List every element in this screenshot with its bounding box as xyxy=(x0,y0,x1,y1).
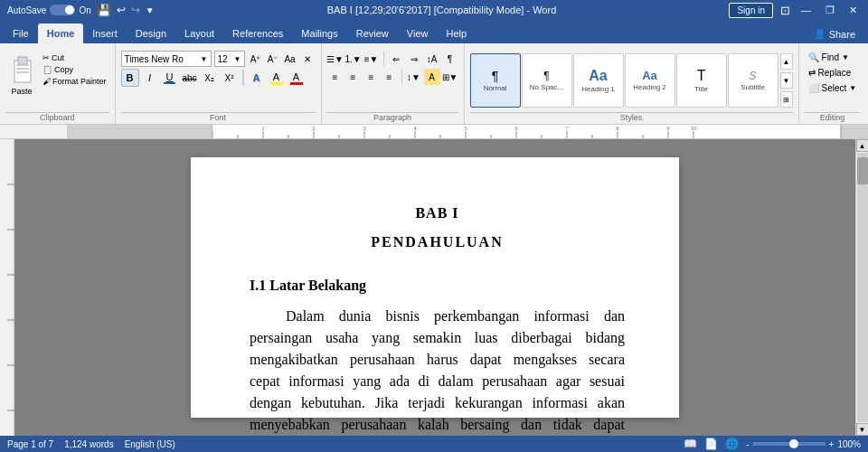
customize-icon[interactable]: ▼ xyxy=(146,5,155,15)
tab-mailings[interactable]: Mailings xyxy=(292,24,346,43)
paragraph1[interactable]: Dalam dunia bisnis perkembangan informas… xyxy=(250,306,625,436)
scroll-up-button[interactable]: ▲ xyxy=(856,139,869,152)
styles-scroll-down[interactable]: ▼ xyxy=(780,72,793,89)
style-title[interactable]: T Title xyxy=(676,53,727,108)
tab-review[interactable]: Review xyxy=(347,24,398,43)
autosave-knob xyxy=(65,5,74,14)
font-size-value: 12 xyxy=(218,54,228,64)
underline-button[interactable]: U xyxy=(161,69,179,87)
scroll-track[interactable] xyxy=(857,153,868,422)
align-left-button[interactable]: ≡ xyxy=(327,69,344,85)
text-effect-button[interactable]: A xyxy=(248,69,266,87)
style-heading1[interactable]: Aa Heading 1 xyxy=(573,53,624,108)
signin-button[interactable]: Sign in xyxy=(729,3,773,18)
web-layout-icon[interactable]: 🌐 xyxy=(725,438,739,450)
styles-expand[interactable]: ⊞ xyxy=(780,91,793,108)
superscript-button[interactable]: X² xyxy=(221,69,239,87)
save-icon[interactable]: 💾 xyxy=(97,4,111,17)
ribbon: Paste ✂ Cut 📋 Copy 🖌 Format Painter Clip… xyxy=(0,43,868,125)
autosave-label: AutoSave xyxy=(7,5,46,15)
subscript-button[interactable]: X₂ xyxy=(201,69,219,87)
font-size-chevron: ▼ xyxy=(234,55,241,63)
increase-indent-button[interactable]: ⇒ xyxy=(406,51,422,67)
scroll-down-button[interactable]: ▼ xyxy=(856,423,869,436)
sort-button[interactable]: ↕A xyxy=(424,51,440,67)
paste-button[interactable]: Paste xyxy=(5,51,38,96)
zoom-in-button[interactable]: + xyxy=(829,439,835,449)
style-normal[interactable]: ¶ Normal xyxy=(470,53,521,108)
format-painter-icon: 🖌 xyxy=(42,77,51,86)
autosave-state: On xyxy=(79,5,90,15)
scroll-thumb[interactable] xyxy=(857,157,868,184)
word-count: 1,124 words xyxy=(64,439,113,449)
shading-button[interactable]: A xyxy=(424,69,440,85)
close-button[interactable]: ✕ xyxy=(845,5,861,16)
restore-button[interactable]: ❐ xyxy=(822,5,838,16)
select-button[interactable]: ⬜ Select ▼ xyxy=(805,81,861,95)
align-center-button[interactable]: ≡ xyxy=(345,69,362,85)
multilevel-button[interactable]: ≡▼ xyxy=(363,51,380,67)
clear-formatting-button[interactable]: ✕ xyxy=(299,51,316,67)
zoom-controls: - + 100% xyxy=(746,439,861,449)
style-no-spacing[interactable]: ¶ No Spac... xyxy=(522,53,572,108)
read-mode-icon[interactable]: 📖 xyxy=(684,438,697,450)
italic-button[interactable]: I xyxy=(141,69,159,87)
share-icon: 👤 xyxy=(814,28,826,40)
justify-button[interactable]: ≡ xyxy=(382,69,398,85)
strikethrough-button[interactable]: abc xyxy=(181,69,199,87)
editing-group-label: Editing xyxy=(805,112,861,124)
redo-icon[interactable]: ↪ xyxy=(131,4,140,16)
font-name-selector[interactable]: Times New Ro ▼ xyxy=(121,51,212,67)
tab-insert[interactable]: Insert xyxy=(83,24,127,43)
style-no-spacing-label: No Spac... xyxy=(530,83,563,91)
font-group: Times New Ro ▼ 12 ▼ A⁺ A⁻ Aa ✕ B xyxy=(116,43,322,124)
copy-button[interactable]: 📋 Copy xyxy=(40,64,109,75)
tab-file[interactable]: File xyxy=(4,24,38,43)
borders-button[interactable]: ⊞▼ xyxy=(442,69,458,85)
tab-references[interactable]: References xyxy=(223,24,292,43)
share-button[interactable]: 👤 Share xyxy=(805,24,864,43)
font-color-button[interactable]: A xyxy=(288,69,306,87)
tab-home[interactable]: Home xyxy=(38,24,84,43)
font-shrink-button[interactable]: A⁻ xyxy=(265,51,281,67)
bullets-button[interactable]: ☰▼ xyxy=(327,51,344,67)
highlight-button[interactable]: A xyxy=(268,69,286,87)
title-left: AutoSave On 💾 ↩ ↪ ▼ xyxy=(7,4,155,17)
find-button[interactable]: 🔍 Find ▼ xyxy=(805,51,861,64)
minimize-button[interactable]: — xyxy=(797,5,815,15)
autosave-toggle[interactable] xyxy=(50,5,75,15)
tab-view[interactable]: View xyxy=(398,24,438,43)
zoom-slider[interactable] xyxy=(753,442,826,446)
styles-scroll-up[interactable]: ▲ xyxy=(780,53,793,70)
format-painter-button[interactable]: 🖌 Format Painter xyxy=(40,76,109,87)
style-title-label: Title xyxy=(694,85,708,93)
decrease-indent-button[interactable]: ⇐ xyxy=(388,51,404,67)
font-grow-button[interactable]: A⁺ xyxy=(248,51,264,67)
undo-icon[interactable]: ↩ xyxy=(117,4,126,16)
line-spacing-button[interactable]: ↕▼ xyxy=(406,69,422,85)
cut-button[interactable]: ✂ Cut xyxy=(40,52,109,63)
style-heading2[interactable]: Aa Heading 2 xyxy=(625,53,675,108)
font-group-label: Font xyxy=(121,112,316,124)
align-right-button[interactable]: ≡ xyxy=(363,69,380,85)
change-case-button[interactable]: Aa xyxy=(282,51,298,67)
section1-heading: I.1 Latar Belakang xyxy=(250,275,625,297)
print-layout-icon[interactable]: 📄 xyxy=(704,438,718,450)
show-marks-button[interactable]: ¶ xyxy=(442,51,458,67)
replace-button[interactable]: ⇄ Replace xyxy=(805,66,861,80)
tab-design[interactable]: Design xyxy=(127,24,175,43)
select-chevron: ▼ xyxy=(849,84,856,92)
style-subtitle[interactable]: S Subtitle xyxy=(728,53,778,108)
bold-button[interactable]: B xyxy=(121,69,139,87)
tab-help[interactable]: Help xyxy=(437,24,476,43)
numbering-button[interactable]: 1.▼ xyxy=(345,51,362,67)
svg-text:8: 8 xyxy=(616,125,619,132)
font-size-selector[interactable]: 12 ▼ xyxy=(214,51,245,67)
doc-subtitle: PENDAHULUAN xyxy=(250,231,625,253)
tab-layout[interactable]: Layout xyxy=(175,24,223,43)
style-normal-preview: ¶ xyxy=(492,70,499,82)
style-h1-preview: Aa xyxy=(589,69,607,83)
zoom-out-button[interactable]: - xyxy=(746,439,749,449)
ribbon-display-icon[interactable]: ⊡ xyxy=(780,4,790,17)
svg-text:6: 6 xyxy=(514,125,518,132)
